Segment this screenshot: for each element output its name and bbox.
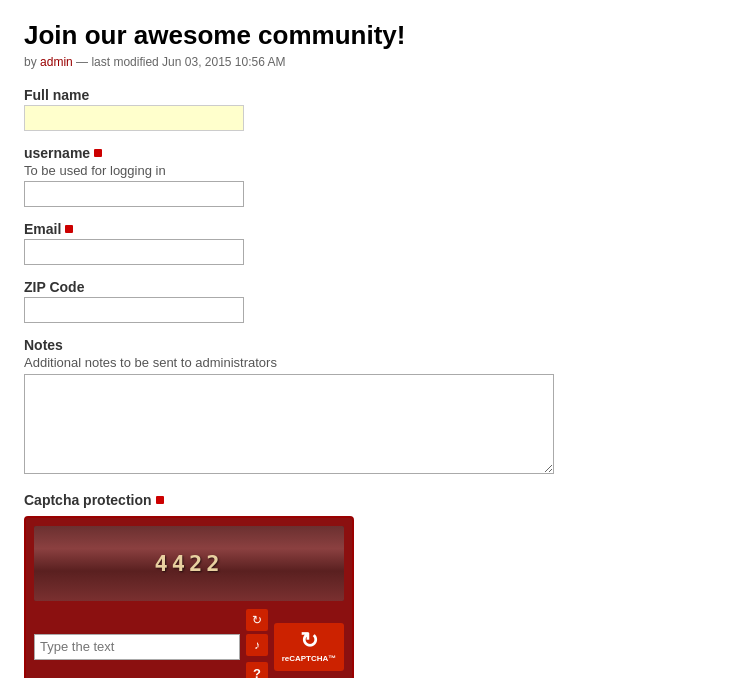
zipcode-input[interactable] [24, 297, 244, 323]
captcha-icon-row: ↻ ♪ ? [246, 609, 268, 678]
page-title: Join our awesome community! [24, 20, 721, 51]
recaptcha-text: reCAPTCHA™ [282, 654, 337, 664]
captcha-audio-icon[interactable]: ♪ [246, 634, 268, 656]
zipcode-label: ZIP Code [24, 279, 721, 295]
fullname-input[interactable] [24, 105, 244, 131]
username-hint: To be used for logging in [24, 163, 721, 178]
author-link[interactable]: admin [40, 55, 73, 69]
email-input[interactable] [24, 239, 244, 265]
username-field: username To be used for logging in [24, 145, 721, 207]
captcha-help-icon[interactable]: ? [246, 662, 268, 678]
required-indicator [65, 225, 73, 233]
zipcode-field: ZIP Code [24, 279, 721, 323]
notes-field: Notes Additional notes to be sent to adm… [24, 337, 721, 474]
captcha-image-inner: 4422 [34, 526, 344, 601]
recaptcha-logo: ↻ reCAPTCHA™ [274, 623, 344, 671]
notes-hint: Additional notes to be sent to administr… [24, 355, 721, 370]
email-field: Email [24, 221, 721, 265]
username-label: username [24, 145, 721, 161]
captcha-section: Captcha protection 4422 ↻ ♪ ? ↻ reCAPTCH… [24, 492, 721, 678]
required-indicator [156, 496, 164, 504]
captcha-number: 4422 [155, 551, 224, 576]
required-indicator [94, 149, 102, 157]
captcha-label: Captcha protection [24, 492, 721, 508]
fullname-field: Full name [24, 87, 721, 131]
captcha-box: 4422 ↻ ♪ ? ↻ reCAPTCHA™ Privacy & Terms [24, 516, 354, 678]
captcha-controls: ↻ ♪ ? ↻ reCAPTCHA™ [34, 609, 344, 678]
captcha-text-input[interactable] [34, 634, 240, 660]
fullname-label: Full name [24, 87, 721, 103]
notes-label: Notes [24, 337, 721, 353]
captcha-image: 4422 [34, 526, 344, 601]
page-subtitle: by admin — last modified Jun 03, 2015 10… [24, 55, 721, 69]
notes-textarea[interactable] [24, 374, 554, 474]
recaptcha-arrow-icon: ↻ [300, 630, 318, 652]
captcha-refresh-icon[interactable]: ↻ [246, 609, 268, 631]
email-label: Email [24, 221, 721, 237]
username-input[interactable] [24, 181, 244, 207]
